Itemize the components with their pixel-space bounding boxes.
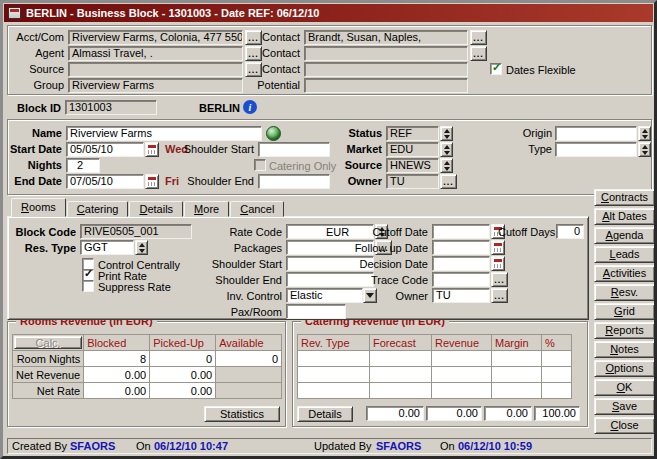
- agent-label: Agent: [8, 47, 64, 60]
- alt-dates-button[interactable]: Alt Dates: [594, 208, 655, 225]
- dates-flexible-checkbox[interactable]: [490, 63, 502, 75]
- contact3-label: Contact: [242, 63, 300, 76]
- table-row: Net Rate 0.00 0.00: [13, 383, 282, 399]
- contact2-field[interactable]: [304, 46, 468, 61]
- potential-field[interactable]: [304, 78, 468, 93]
- tab-owner-browse-button[interactable]: ...: [491, 288, 508, 303]
- updated-by-user: SFAORS: [376, 440, 421, 453]
- net-rate-available: [216, 383, 282, 399]
- origin-label: Origin: [506, 127, 552, 140]
- block-code-field[interactable]: RIVE0505_001: [80, 224, 192, 239]
- trace-code-field[interactable]: [432, 272, 490, 287]
- decision-date-calendar-icon[interactable]: [491, 256, 505, 271]
- name-field[interactable]: Riverview Farms: [66, 126, 262, 141]
- tab-more[interactable]: More: [184, 201, 229, 217]
- source-profile-field[interactable]: [68, 62, 243, 77]
- start-date-label: Start Date: [8, 143, 62, 156]
- list-item: [298, 367, 572, 383]
- contact3-field[interactable]: [304, 62, 468, 77]
- suppress-rate-checkbox[interactable]: [82, 280, 94, 292]
- cutoff-days-label: Cutoff Days: [498, 226, 554, 239]
- group-label: Group: [8, 79, 64, 92]
- shoulder-start-field[interactable]: [258, 142, 330, 157]
- source-field[interactable]: HNEWS: [386, 158, 439, 173]
- owner-browse-button[interactable]: ...: [440, 174, 457, 189]
- leads-button[interactable]: Leads: [594, 246, 655, 263]
- col-picked-up: Picked-Up: [150, 335, 216, 351]
- market-spinner[interactable]: [440, 142, 453, 157]
- tab-cancel[interactable]: Cancel: [230, 201, 284, 217]
- statusbar: Created By SFAORS On 06/12/10 10:47 Upda…: [7, 438, 652, 454]
- start-date-calendar-icon[interactable]: [145, 142, 159, 157]
- end-date-calendar-icon[interactable]: [145, 174, 159, 189]
- catering-only-checkbox: [254, 159, 266, 171]
- nights-field[interactable]: 2: [66, 158, 100, 173]
- res-type-field[interactable]: GGT: [80, 240, 134, 255]
- globe-icon[interactable]: [266, 126, 281, 141]
- calc-button[interactable]: Calc.: [14, 336, 82, 349]
- follow-up-date-calendar-icon[interactable]: [491, 240, 505, 255]
- shoulder-end-field[interactable]: [258, 174, 330, 189]
- info-icon[interactable]: i: [243, 100, 257, 114]
- decision-date-field[interactable]: [432, 256, 490, 271]
- main-form-groupbox: Name Riverview Farms Status REF Origin S…: [7, 119, 652, 195]
- tab-details[interactable]: Details: [129, 201, 183, 217]
- row-label: Room Nights: [13, 351, 84, 367]
- trace-code-label: Trace Code: [342, 274, 428, 287]
- market-field[interactable]: EDU: [386, 142, 439, 157]
- details-button[interactable]: Details: [297, 406, 353, 422]
- trace-code-browse-button[interactable]: ...: [491, 272, 508, 287]
- list-item: [298, 383, 572, 399]
- col-margin: Margin: [492, 335, 542, 351]
- save-button[interactable]: Save: [594, 398, 655, 415]
- ok-button[interactable]: OK: [594, 379, 655, 396]
- block-id-label: Block ID: [5, 102, 61, 115]
- end-date-field[interactable]: 07/05/10: [66, 174, 144, 189]
- room-nights-available: 0: [216, 351, 282, 367]
- contact1-field[interactable]: Brandt, Susan, Naples,: [304, 30, 468, 45]
- tab-owner-field[interactable]: TU: [432, 288, 490, 303]
- close-button[interactable]: Close: [594, 417, 655, 434]
- group-field[interactable]: Riverview Farms: [68, 78, 243, 93]
- tab-rooms[interactable]: Rooms: [11, 198, 66, 217]
- res-type-label: Res. Type: [10, 242, 76, 255]
- catering-cell: [370, 383, 432, 399]
- origin-spinner[interactable]: [638, 126, 651, 141]
- cutoff-days-field[interactable]: 0: [556, 224, 584, 239]
- pax-room-field[interactable]: [286, 304, 346, 319]
- notes-button[interactable]: Notes: [594, 341, 655, 358]
- activities-button[interactable]: Activities: [594, 265, 655, 282]
- status-field[interactable]: REF: [386, 126, 439, 141]
- source-spinner[interactable]: [440, 158, 453, 173]
- acct-com-field[interactable]: Riverview Farms, Colonia, 477 550-36: [68, 30, 243, 45]
- statistics-button[interactable]: Statistics: [204, 406, 280, 422]
- agent-field[interactable]: Almassi Travel, .: [68, 46, 243, 61]
- status-spinner[interactable]: [440, 126, 453, 141]
- row-label: Net Revenue: [13, 367, 84, 383]
- source-label: Source: [330, 159, 382, 172]
- cutoff-date-field[interactable]: [432, 224, 490, 239]
- catering-cell: [542, 367, 572, 383]
- start-date-field[interactable]: 05/05/10: [66, 142, 144, 157]
- pax-room-label: Pax/Room: [192, 306, 282, 319]
- owner-field[interactable]: TU: [386, 174, 439, 189]
- business-block-window: BERLIN - Business Block - 1301003 - Date…: [0, 0, 657, 459]
- type-field[interactable]: [555, 142, 637, 157]
- origin-field[interactable]: [555, 126, 637, 141]
- follow-up-date-field[interactable]: [432, 240, 490, 255]
- end-date-label: End Date: [8, 175, 62, 188]
- reports-button[interactable]: Reports: [594, 322, 655, 339]
- res-type-spinner[interactable]: [135, 240, 148, 255]
- agenda-button[interactable]: Agenda: [594, 227, 655, 244]
- rooms-revenue-groupbox: Rooms Revenue (in EUR) Calc. Blocked Pic…: [7, 321, 286, 427]
- tab-catering[interactable]: Catering: [67, 201, 129, 217]
- row-label: Net Rate: [13, 383, 84, 399]
- options-button[interactable]: Options: [594, 360, 655, 377]
- grid-button[interactable]: Grid: [594, 303, 655, 320]
- contact2-browse-button[interactable]: ...: [470, 46, 487, 61]
- type-spinner[interactable]: [638, 142, 651, 157]
- catering-cell: [432, 383, 492, 399]
- titlebar: BERLIN - Business Block - 1301003 - Date…: [4, 4, 653, 22]
- contracts-button[interactable]: Contracts: [594, 189, 655, 206]
- contact1-browse-button[interactable]: ...: [470, 30, 487, 45]
